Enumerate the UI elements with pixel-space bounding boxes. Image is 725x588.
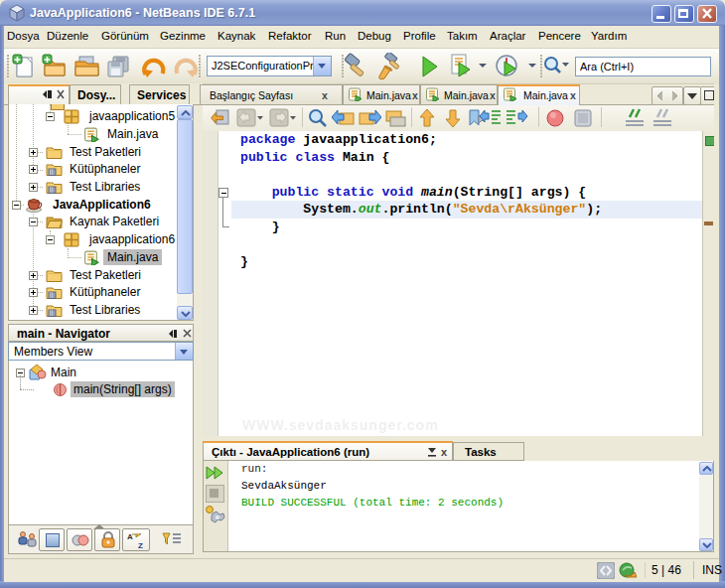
svg-text:Z: Z: [138, 541, 143, 549]
svg-text:A: A: [127, 532, 133, 541]
